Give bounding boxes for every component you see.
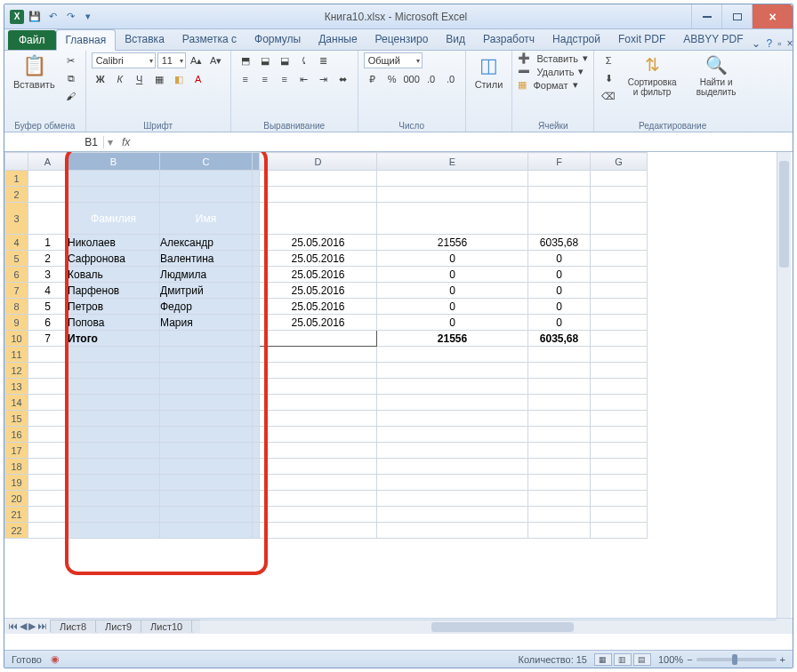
cell[interactable]	[253, 347, 260, 363]
cell[interactable]	[591, 411, 648, 427]
cell[interactable]	[528, 187, 591, 203]
cell-number[interactable]: 3	[28, 267, 68, 283]
cell-salary[interactable]: 0	[377, 299, 528, 315]
insert-cells-button[interactable]: ➕ Вставить ▾	[518, 52, 588, 64]
align-center-icon[interactable]: ≡	[256, 71, 274, 87]
cell[interactable]	[528, 523, 591, 539]
cell[interactable]	[591, 251, 648, 267]
cell[interactable]	[28, 363, 68, 379]
currency-icon[interactable]: ₽	[364, 71, 382, 87]
cell[interactable]	[377, 171, 528, 187]
cell[interactable]	[68, 363, 160, 379]
header-salary[interactable]: Сумма заработной платы, руб.	[377, 203, 528, 235]
cell-bonus[interactable]: 0	[528, 267, 591, 283]
cell[interactable]	[160, 411, 253, 427]
italic-button[interactable]: К	[111, 71, 129, 87]
cell[interactable]	[260, 523, 377, 539]
cell[interactable]	[528, 363, 591, 379]
cell-surname[interactable]: Попова	[68, 315, 160, 331]
horizontal-scrollbar[interactable]	[200, 620, 777, 634]
cell[interactable]	[253, 187, 260, 203]
grid[interactable]: ABCDEFG123№ п/пФамилияИмяДатаСумма зараб…	[4, 152, 648, 539]
cell[interactable]	[253, 411, 260, 427]
cell[interactable]	[260, 379, 377, 395]
cell-bonus[interactable]: 0	[528, 283, 591, 299]
merge-icon[interactable]: ⬌	[334, 71, 352, 87]
cell-surname[interactable]: Парфенов	[68, 283, 160, 299]
cell-salary[interactable]: 21556	[377, 235, 528, 251]
cell-salary[interactable]: 0	[377, 267, 528, 283]
row-header-17[interactable]: 17	[5, 443, 28, 459]
cell[interactable]	[377, 427, 528, 443]
row-header-19[interactable]: 19	[5, 475, 28, 491]
header-number[interactable]: № п/п	[28, 203, 68, 235]
cell[interactable]	[528, 443, 591, 459]
cell-surname[interactable]: Николаев	[68, 235, 160, 251]
worksheet-area[interactable]: ABCDEFG123№ п/пФамилияИмяДатаСумма зараб…	[4, 152, 793, 650]
autosum-icon[interactable]: Σ	[600, 52, 617, 68]
cell[interactable]	[68, 443, 160, 459]
cell[interactable]	[68, 171, 160, 187]
row-header-12[interactable]: 12	[5, 363, 28, 379]
cell[interactable]	[160, 379, 253, 395]
cell-name[interactable]: Людмила	[160, 267, 253, 283]
cell[interactable]	[160, 171, 253, 187]
cell[interactable]	[68, 523, 160, 539]
cell[interactable]	[377, 363, 528, 379]
macro-record-icon[interactable]: ◉	[51, 653, 60, 665]
cell[interactable]	[260, 459, 377, 475]
cell-name[interactable]: Валентина	[160, 251, 253, 267]
cell[interactable]	[377, 379, 528, 395]
cell[interactable]	[160, 507, 253, 523]
sheet-tab-Лист9[interactable]: Лист9	[95, 620, 141, 633]
scroll-thumb[interactable]	[431, 622, 574, 632]
name-box-dropdown-icon[interactable]: ▾	[104, 136, 117, 148]
scroll-thumb[interactable]	[779, 161, 789, 268]
increase-decimal-icon[interactable]: .0	[423, 71, 440, 87]
cell-name[interactable]: Александр	[160, 235, 253, 251]
header-bonus[interactable]: Премия, руб	[528, 203, 591, 235]
font-size-combo[interactable]: 11	[157, 52, 186, 68]
fill-color-icon[interactable]: ◧	[170, 71, 188, 87]
row-header-6[interactable]: 6	[5, 267, 28, 283]
cell[interactable]	[260, 331, 377, 347]
cell[interactable]	[28, 475, 68, 491]
row-header-7[interactable]: 7	[5, 283, 28, 299]
cell-name[interactable]: Дмитрий	[160, 283, 253, 299]
cell[interactable]	[528, 475, 591, 491]
row-header-15[interactable]: 15	[5, 411, 28, 427]
cell[interactable]	[260, 187, 377, 203]
sort-filter-button[interactable]: ⇅ Сортировка и фильтр	[621, 52, 683, 99]
tab-вид[interactable]: Вид	[437, 29, 474, 50]
cell[interactable]	[28, 379, 68, 395]
cell-date[interactable]: 25.05.2016	[260, 251, 377, 267]
cell[interactable]	[528, 395, 591, 411]
col-header-E[interactable]: E	[377, 153, 528, 171]
row-header-16[interactable]: 16	[5, 427, 28, 443]
cell-total-label[interactable]: Итого	[68, 331, 160, 347]
cell[interactable]	[28, 395, 68, 411]
number-format-combo[interactable]: Общий	[364, 52, 423, 68]
cell[interactable]	[253, 523, 260, 539]
cell[interactable]	[591, 507, 648, 523]
cell[interactable]	[377, 411, 528, 427]
comma-icon[interactable]: 000	[403, 71, 421, 87]
clear-icon[interactable]: ⌫	[600, 88, 617, 104]
row-header-22[interactable]: 22	[5, 523, 28, 539]
cell[interactable]	[253, 283, 260, 299]
cell-surname[interactable]: Коваль	[68, 267, 160, 283]
cell[interactable]	[28, 427, 68, 443]
cell[interactable]	[160, 523, 253, 539]
shrink-font-icon[interactable]: A▾	[207, 52, 225, 68]
zoom-slider[interactable]	[696, 658, 777, 661]
cell[interactable]	[260, 427, 377, 443]
format-painter-icon[interactable]: 🖌	[62, 88, 80, 104]
cell[interactable]	[160, 443, 253, 459]
tab-данные[interactable]: Данные	[310, 29, 366, 50]
cell[interactable]	[253, 203, 260, 235]
row-header-11[interactable]: 11	[5, 347, 28, 363]
tab-формулы[interactable]: Формулы	[246, 29, 310, 50]
tab-рецензиро[interactable]: Рецензиро	[366, 29, 438, 50]
cell[interactable]	[591, 475, 648, 491]
cell-name[interactable]: Мария	[160, 315, 253, 331]
